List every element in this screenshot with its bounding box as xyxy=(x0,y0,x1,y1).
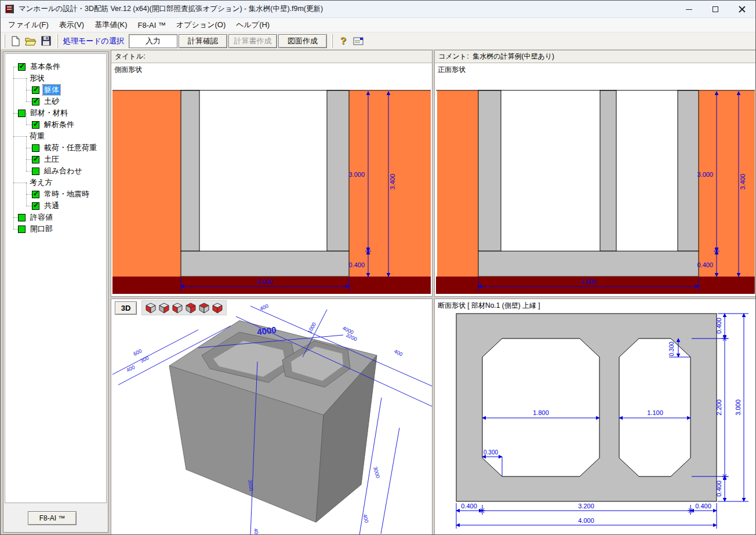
tree-scroll-area[interactable]: ✓ 基本条件 形状 ✓ 躯体 ✓ 土砂 xyxy=(5,53,107,503)
view3d-mode-button[interactable]: 3D xyxy=(115,301,137,315)
dim-label: 3.400 xyxy=(739,174,746,190)
toolbar-separator xyxy=(331,34,333,48)
mode-select-label: 処理モードの選択 xyxy=(63,36,124,46)
menu-view[interactable]: 表示(V) xyxy=(54,18,89,32)
front-view-content: 正面形状 xyxy=(435,63,756,296)
dim-label: 3.000 xyxy=(349,171,365,178)
open-file-button[interactable] xyxy=(24,35,38,48)
drawing-create-button[interactable]: 図面作成 xyxy=(278,34,327,48)
input-mode-button[interactable]: 入力 xyxy=(129,34,177,48)
checkbox-checked-icon[interactable]: ✓ xyxy=(18,63,26,71)
tree-item-basic-conditions[interactable]: ✓ 基本条件 xyxy=(5,61,106,72)
section-diagram[interactable]: 1.800 1.100 0.300 0.300 xyxy=(435,299,756,535)
minimize-button[interactable] xyxy=(675,1,702,18)
help-icon: ? xyxy=(340,35,346,47)
tree-item-analysis-conditions[interactable]: ✓ 解析条件 xyxy=(5,119,106,130)
view3d-panel: 400 4000 1000 4000 3200 400 3000 400 300… xyxy=(111,299,432,535)
tree-item-allowable-values[interactable]: 許容値 xyxy=(5,212,106,223)
calc-check-button[interactable]: 計算確認 xyxy=(179,34,227,48)
app-window: マンホールの設計・3D配筋 Ver.12 (x64)(開口部照査拡張オプション)… xyxy=(0,0,756,535)
dim-label: 3.000 xyxy=(697,171,713,178)
menu-bar: ファイル(F) 表示(V) 基準値(K) F8-AI ™ オプション(O) ヘル… xyxy=(1,18,755,32)
save-file-button[interactable] xyxy=(39,35,53,48)
view-cube-front-icon[interactable] xyxy=(172,302,183,314)
menu-f8ai[interactable]: F8-AI ™ xyxy=(133,19,171,31)
tree-item-earth-pressure[interactable]: ✓ 土圧 xyxy=(5,154,106,165)
view3d-content: 400 4000 1000 4000 3200 400 3000 400 300… xyxy=(111,299,432,535)
dim-label: 4.000 xyxy=(580,278,596,285)
dim-label: 3.000 xyxy=(735,399,742,416)
report-create-button[interactable]: 計算書作成 xyxy=(228,34,277,48)
tree-item-combinations[interactable]: 組み合わせ xyxy=(5,165,106,177)
checkbox-checked-icon[interactable]: ✓ xyxy=(32,98,39,105)
checkbox-unchecked-icon[interactable] xyxy=(18,214,26,221)
dim-label: 0.300 xyxy=(668,341,675,356)
maximize-icon xyxy=(713,6,718,12)
section-panel: 断面形状 [ 部材No.1 (側壁) 上縁 ] xyxy=(434,299,756,535)
title-label: タイトル: xyxy=(115,52,145,60)
menu-file[interactable]: ファイル(F) xyxy=(3,18,54,32)
checkbox-checked-icon[interactable]: ✓ xyxy=(32,86,39,94)
dim-label: 2.200 xyxy=(715,399,722,416)
view-cube-left-icon[interactable] xyxy=(145,302,157,314)
close-button[interactable] xyxy=(729,1,755,18)
f8ai-button[interactable]: F8-AI ™ xyxy=(28,511,77,525)
dim-label: 400 xyxy=(362,514,370,523)
section-structure xyxy=(456,314,717,501)
side-view-diagram[interactable]: 3.000 3.400 0.400 3.000 xyxy=(111,63,432,296)
checkbox-unchecked-icon[interactable] xyxy=(32,168,39,175)
section-view-label: 断面形状 [ 部材No.1 (側壁) 上縁 ] xyxy=(438,301,540,311)
view-cube-bottom-icon[interactable] xyxy=(212,302,223,314)
dim-label: 0.400 xyxy=(715,481,722,497)
comment-field[interactable]: コメント: 集水桝の計算例(中壁あり) xyxy=(435,50,756,63)
app-icon xyxy=(5,4,15,14)
view3d-diagram[interactable]: 400 4000 1000 4000 3200 400 3000 400 300… xyxy=(111,299,432,535)
dim-label: 3000 xyxy=(372,466,381,479)
menu-standard-values[interactable]: 基準値(K) xyxy=(89,18,132,32)
tree-item-approach[interactable]: 考え方 xyxy=(5,177,106,188)
maximize-button[interactable] xyxy=(702,1,729,18)
checkbox-unchecked-icon[interactable] xyxy=(32,144,39,152)
checkbox-checked-icon[interactable]: ✓ xyxy=(32,202,39,210)
title-field[interactable]: タイトル: xyxy=(111,50,432,63)
checkbox-checked-icon[interactable]: ✓ xyxy=(32,156,39,163)
dim-label: 0.400 xyxy=(349,261,365,268)
front-view-diagram[interactable]: 3.000 3.400 0.400 4.000 xyxy=(435,63,756,296)
menu-help[interactable]: ヘルプ(H) xyxy=(231,18,275,32)
toolbar-separator xyxy=(3,34,5,48)
dim-label: 3.000 xyxy=(257,278,272,285)
info-window-button[interactable] xyxy=(351,35,365,48)
tree-item-body[interactable]: ✓ 躯体 xyxy=(5,84,106,96)
help-button[interactable]: ? xyxy=(336,35,350,48)
tree-item-loads[interactable]: 荷重 xyxy=(5,130,106,142)
new-file-button[interactable] xyxy=(9,35,23,48)
dim-label: 4.000 xyxy=(578,517,594,524)
dim-label: 3.200 xyxy=(578,503,594,509)
tree-item-normal-seismic[interactable]: ✓ 常時・地震時 xyxy=(5,188,106,200)
tree-item-soil[interactable]: ✓ 土砂 xyxy=(5,96,106,107)
view-cube-top-icon[interactable] xyxy=(198,302,210,314)
tree-item-openings[interactable]: 開口部 xyxy=(5,223,106,235)
view-cube-back-icon[interactable] xyxy=(185,302,197,314)
info-window-icon xyxy=(353,37,364,45)
checkbox-unchecked-icon[interactable] xyxy=(18,110,26,117)
checkbox-checked-icon[interactable]: ✓ xyxy=(32,191,39,198)
toolbar-separator xyxy=(56,34,58,48)
tree-item-members-materials[interactable]: 部材・材料 xyxy=(5,107,106,119)
dim-label: 400 xyxy=(125,364,136,373)
view-cube-right-icon[interactable] xyxy=(158,302,170,314)
checkbox-unchecked-icon[interactable] xyxy=(18,225,26,233)
tree-item-common[interactable]: ✓ 共通 xyxy=(5,200,106,212)
checkbox-checked-icon[interactable]: ✓ xyxy=(32,121,39,129)
menu-options[interactable]: オプション(O) xyxy=(171,18,231,32)
window-title: マンホールの設計・3D配筋 Ver.12 (x64)(開口部照査拡張オプション)… xyxy=(19,4,323,14)
save-floppy-icon xyxy=(41,36,51,46)
comment-label: コメント: xyxy=(438,52,468,60)
tree-item-surcharge-loads[interactable]: 載荷・任意荷重 xyxy=(5,142,106,154)
side-view-panel: タイトル: 側面形状 xyxy=(111,50,432,297)
close-icon xyxy=(739,6,746,13)
comment-value: 集水桝の計算例(中壁あり) xyxy=(472,52,554,60)
tree-item-shape[interactable]: 形状 xyxy=(5,72,106,84)
front-view-label: 正面形状 xyxy=(438,65,466,75)
toolbar: 処理モードの選択 入力 計算確認 計算書作成 図面作成 ? xyxy=(1,32,755,50)
